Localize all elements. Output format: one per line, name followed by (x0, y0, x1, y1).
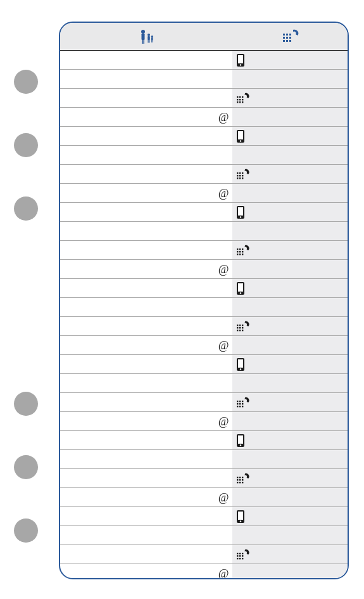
at-icon: @ (218, 110, 229, 124)
name-cell (60, 545, 232, 564)
mobile-icon (236, 434, 246, 448)
name-cell (60, 70, 232, 88)
svg-rect-80 (242, 406, 243, 407)
svg-rect-66 (237, 330, 238, 331)
phone-cell (232, 336, 348, 354)
at-icon: @ (218, 186, 229, 200)
name-cell (60, 393, 232, 411)
entry-row (60, 450, 348, 469)
mobile-icon (236, 205, 246, 219)
phone-cell (232, 507, 348, 525)
name-cell: @ (60, 260, 232, 278)
phone-cell (232, 488, 348, 506)
name-cell (60, 222, 232, 240)
svg-rect-46 (238, 207, 243, 216)
svg-rect-74 (242, 401, 243, 402)
svg-rect-88 (239, 479, 241, 480)
landline-icon (236, 321, 250, 332)
entry-row (60, 203, 348, 222)
svg-rect-9 (151, 37, 153, 41)
name-cell: @ (60, 412, 232, 430)
entry-rows: @ @ (60, 51, 348, 578)
name-cell (60, 507, 232, 525)
name-cell (60, 355, 232, 373)
name-cell (60, 431, 232, 449)
svg-rect-14 (289, 34, 291, 35)
svg-rect-72 (237, 401, 238, 402)
mobile-icon (236, 53, 246, 67)
svg-rect-39 (237, 175, 238, 176)
phone-cell (232, 469, 348, 487)
svg-rect-43 (239, 177, 241, 179)
binder-hole (14, 518, 38, 543)
entry-row: @ (60, 108, 348, 127)
svg-rect-55 (239, 254, 241, 255)
svg-rect-99 (237, 555, 238, 557)
svg-rect-90 (237, 482, 238, 483)
binder-hole (14, 196, 38, 221)
phone-cell (232, 412, 348, 430)
phone-cell (232, 89, 348, 107)
mobile-icon (236, 281, 246, 295)
phone-cell (232, 450, 348, 468)
entry-row: @ (60, 260, 348, 279)
svg-rect-10 (151, 40, 152, 42)
entry-row (60, 279, 348, 298)
name-cell: @ (60, 108, 232, 126)
svg-rect-97 (239, 553, 241, 554)
entry-row (60, 469, 348, 488)
svg-rect-31 (239, 101, 241, 103)
svg-point-4 (147, 33, 150, 35)
svg-point-59 (240, 292, 241, 293)
svg-rect-98 (242, 553, 243, 554)
svg-rect-3 (144, 39, 145, 44)
svg-rect-54 (237, 254, 238, 255)
svg-rect-11 (153, 40, 153, 42)
svg-rect-25 (239, 96, 241, 98)
svg-point-47 (240, 216, 241, 217)
landline-icon (236, 169, 250, 180)
phone-cell (232, 298, 348, 316)
phone-cell (232, 70, 348, 88)
name-cell (60, 146, 232, 164)
svg-rect-41 (242, 175, 243, 176)
landline-icon (236, 473, 250, 484)
header-name-column (60, 23, 232, 50)
svg-rect-26 (242, 96, 243, 98)
phone-cell (232, 355, 348, 373)
name-cell (60, 469, 232, 487)
svg-rect-62 (242, 325, 243, 326)
svg-rect-86 (242, 477, 243, 478)
svg-rect-60 (237, 325, 238, 326)
entry-row (60, 51, 348, 70)
phone-cell (232, 317, 348, 335)
entry-row (60, 431, 348, 450)
svg-rect-94 (238, 512, 243, 520)
landline-icon (236, 93, 250, 104)
svg-rect-15 (283, 37, 285, 39)
phone-cell (232, 127, 348, 145)
svg-point-95 (240, 520, 241, 522)
phone-cell (232, 203, 348, 221)
phone-cell (232, 564, 348, 579)
svg-rect-56 (242, 254, 243, 255)
entry-row (60, 317, 348, 336)
phone-cell (232, 184, 348, 202)
svg-rect-22 (238, 55, 243, 63)
svg-rect-102 (237, 558, 238, 559)
svg-rect-44 (242, 177, 243, 179)
svg-rect-61 (239, 325, 241, 326)
svg-rect-96 (237, 553, 238, 554)
entry-row (60, 507, 348, 526)
svg-point-0 (141, 30, 145, 34)
svg-point-71 (240, 368, 241, 370)
name-cell (60, 89, 232, 107)
phone-cell (232, 146, 348, 164)
name-cell (60, 374, 232, 392)
name-cell (60, 526, 232, 544)
binder-hole (14, 133, 38, 157)
column-header (60, 23, 348, 51)
svg-rect-87 (237, 479, 238, 480)
svg-rect-42 (237, 177, 238, 179)
entry-row (60, 146, 348, 165)
